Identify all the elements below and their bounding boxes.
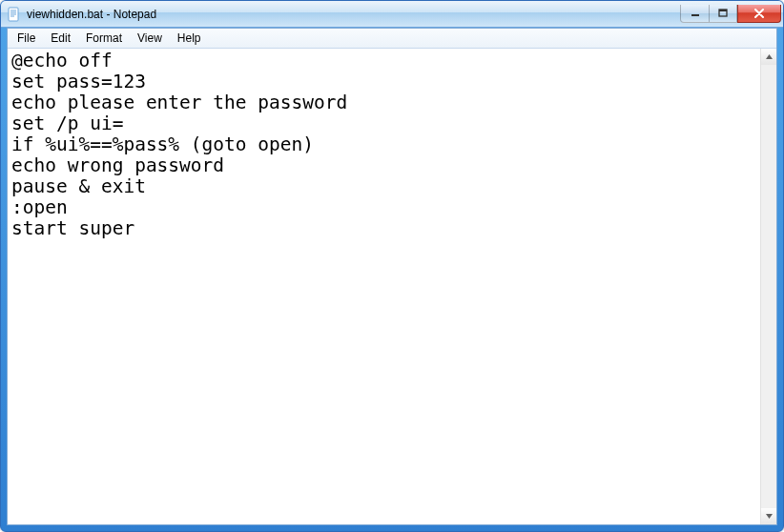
menu-help[interactable]: Help [170, 30, 209, 47]
scroll-up-button[interactable] [761, 49, 776, 65]
close-button[interactable] [737, 5, 781, 23]
maximize-icon [718, 9, 728, 18]
scroll-up-icon [765, 52, 774, 61]
svg-rect-7 [719, 10, 727, 11]
scroll-down-icon [765, 512, 774, 521]
window-title: viewhidden.bat - Notepad [27, 8, 680, 21]
text-editor[interactable]: @echo off set pass=123 echo please enter… [8, 49, 760, 524]
scroll-down-button[interactable] [761, 508, 776, 524]
notepad-icon [7, 7, 22, 22]
minimize-button[interactable] [680, 5, 709, 23]
titlebar[interactable]: viewhidden.bat - Notepad [1, 1, 783, 28]
maximize-button[interactable] [709, 5, 737, 23]
menu-format[interactable]: Format [78, 30, 130, 47]
menu-edit[interactable]: Edit [43, 30, 78, 47]
editor-area: @echo off set pass=123 echo please enter… [8, 49, 776, 524]
client-area: File Edit Format View Help @echo off set… [7, 28, 777, 525]
scroll-track[interactable] [761, 65, 776, 508]
menubar: File Edit Format View Help [8, 29, 776, 49]
menu-view[interactable]: View [130, 30, 170, 47]
notepad-window: viewhidden.bat - Notepad File [0, 0, 784, 532]
svg-rect-5 [691, 14, 699, 16]
minimize-icon [691, 9, 700, 18]
close-icon [753, 9, 765, 18]
vertical-scrollbar[interactable] [760, 49, 776, 524]
menu-file[interactable]: File [10, 30, 43, 47]
window-controls [680, 5, 781, 23]
